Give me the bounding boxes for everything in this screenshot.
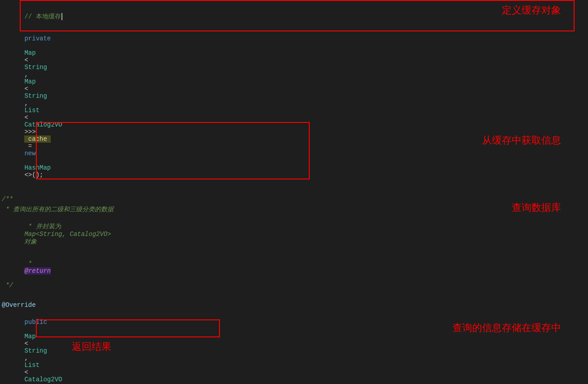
code-line-blank-2 <box>0 292 588 301</box>
code-line-2: private Map < String , Map < String , Li… <box>0 28 588 186</box>
code-line-override: @Override <box>0 301 588 311</box>
cache-variable-highlight: cache <box>24 135 51 143</box>
at-return-highlight: @return <box>24 267 51 275</box>
code-line-1: // 本地缓存 <box>0 5 588 28</box>
code-line-jdoc-return: * @return <box>0 253 588 282</box>
code-line-jdoc-1: * 查询出所有的二级和三级分类的数据 <box>0 205 588 215</box>
annotation-override: @Override <box>2 301 36 309</box>
code-editor: 定义缓存对象 从缓存中获取信息 查询数据库 查询的信息存储在缓存中 返回结果 /… <box>0 0 588 384</box>
code-line-jdoc-start: /** <box>0 196 588 205</box>
code-line-method-sig: public Map < String , List < Catalog2VO … <box>0 311 588 384</box>
comment-local-cache: // 本地缓存 <box>24 13 66 20</box>
kw-private: private <box>24 35 51 42</box>
code-line-jdoc-2: * 并封装为 Map<String, Catalog2VO> 对象 <box>0 215 588 253</box>
code-line-blank-1 <box>0 186 588 196</box>
code-line-jdoc-end: */ <box>0 282 588 292</box>
type-map: Map <box>24 49 35 57</box>
